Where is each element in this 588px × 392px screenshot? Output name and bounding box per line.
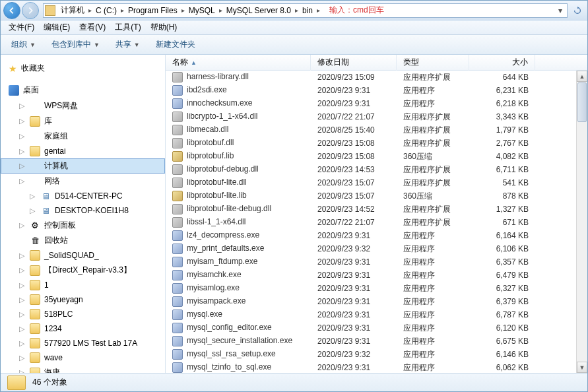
sidebar-item[interactable]: ▷库 [1,114,165,129]
sidebar-item-label: 518PLC [44,310,73,319]
desktop-header[interactable]: 桌面 [1,82,165,98]
recycle-icon: 🗑 [30,236,40,246]
address-dropdown[interactable]: ▾ [555,6,566,15]
file-icon [172,72,183,82]
sidebar-item[interactable]: ▷gentai [1,144,165,158]
breadcrumb-segment[interactable]: bin [300,5,315,16]
sidebar-item[interactable]: ▷网络 [1,174,165,189]
file-row[interactable]: mysql.exe2020/9/23 9:31应用程序6,787 KB [166,308,587,321]
file-icon [172,164,183,175]
scroll-up-button[interactable]: ▲ [577,71,587,82]
organize-button[interactable]: 组织▼ [6,36,41,53]
menu-view[interactable]: 查看(V) [75,20,110,34]
scroll-down-button[interactable]: ▼ [577,362,587,373]
sidebar-folder[interactable]: ▷【DirectX_Repair-v3.3】 [1,263,165,278]
file-row[interactable]: myisamlog.exe2020/9/23 9:31应用程序6,327 KB [166,282,587,295]
refresh-icon [573,6,582,15]
file-row[interactable]: mysql_tzinfo_to_sql.exe2020/9/23 9:31应用程… [166,361,587,373]
file-row[interactable]: myisam_ftdump.exe2020/9/23 9:31应用程序6,357… [166,255,587,269]
file-row[interactable]: myisampack.exe2020/9/23 9:31应用程序6,379 KB [166,295,587,308]
sidebar-control-panel[interactable]: ▷⚙控制面板 [1,218,165,233]
sidebar-item-label: gentai [44,147,66,156]
file-size: 6,479 KB [469,269,535,281]
file-row[interactable]: mysql_secure_installation.exe2020/9/23 9… [166,335,587,348]
file-row[interactable]: my_print_defaults.exe2020/9/23 9:32应用程序6… [166,242,587,255]
newfolder-button[interactable]: 新建文件夹 [150,36,201,53]
refresh-button[interactable] [570,3,585,18]
sidebar-folder[interactable]: ▷577920 LMS Test Lab 17A [1,336,165,350]
scrollbar[interactable]: ▲ ▼ [576,71,587,373]
file-row[interactable]: libprotobuf-lite.dll2020/9/23 15:07应用程序扩… [166,176,587,189]
sidebar-item[interactable]: ▷计算机 [1,158,165,174]
file-type: 应用程序 [397,295,469,309]
menu-help[interactable]: 帮助(H) [147,20,181,34]
file-type: 360压缩 [397,150,469,164]
menu-edit[interactable]: 编辑(E) [40,20,74,34]
file-row[interactable]: libprotobuf-debug.dll2020/9/23 14:53应用程序… [166,163,587,176]
col-name[interactable]: 名称▲ [166,55,311,71]
forward-button[interactable] [22,2,39,19]
sidebar-network-item[interactable]: ▷🖥D514-CENTER-PC [1,189,165,203]
file-name: myisampack.exe [187,296,245,306]
explorer-window: 计算机▸C (C:)▸Program Files▸MySQL▸MySQL Ser… [0,0,588,392]
breadcrumb-segment[interactable]: Program Files [125,5,180,16]
file-row[interactable]: libprotobuf.lib2020/9/23 15:08360压缩4,082… [166,150,587,163]
file-icon [172,270,183,280]
file-date: 2020/9/23 9:31 [311,296,397,308]
file-row[interactable]: libprotobuf-lite.lib2020/9/23 15:07360压缩… [166,189,587,203]
sidebar-item-label: 35yueyagn [44,295,83,304]
file-type: 应用程序扩展 [397,137,469,150]
address-bar[interactable]: 计算机▸C (C:)▸Program Files▸MySQL▸MySQL Ser… [43,3,568,18]
col-date[interactable]: 修改日期 [311,55,397,71]
sidebar-folder[interactable]: ▷1234 [1,321,165,336]
file-row[interactable]: myisamchk.exe2020/9/23 9:31应用程序6,479 KB [166,269,587,282]
file-row[interactable]: harness-library.dll2020/9/23 15:09应用程序扩展… [166,71,587,84]
sidebar-recycle[interactable]: 🗑回收站 [1,233,165,248]
scroll-thumb[interactable] [577,82,587,122]
file-date: 2020/9/23 14:53 [311,164,397,176]
sidebar-item[interactable]: ▷WPS网盘 [1,98,165,114]
status-count: 46 个对象 [32,377,67,388]
share-button[interactable]: 共享▼ [110,36,145,53]
file-row[interactable]: libmecab.dll2020/8/25 15:40应用程序扩展1,797 K… [166,123,587,137]
sidebar-folder[interactable]: ▷wave [1,350,165,365]
sidebar-folder[interactable]: ▷海康 [1,365,165,373]
sidebar-item-label: wave [44,353,63,362]
menu-tools[interactable]: 工具(T) [111,20,145,34]
menu-file[interactable]: 文件(F) [5,20,38,34]
file-date: 2020/9/23 15:08 [311,150,397,162]
file-name: libcrypto-1_1-x64.dll [187,112,257,121]
file-row[interactable]: ibd2sdi.exe2020/9/23 9:31应用程序6,231 KB [166,84,587,97]
sidebar-network-item[interactable]: ▷🖥DESKTOP-KOEI1H8 [1,203,165,218]
back-button[interactable] [3,2,20,19]
col-size[interactable]: 大小 [469,55,535,71]
file-row[interactable]: lz4_decompress.exe2020/9/23 9:31应用程序6,16… [166,229,587,242]
breadcrumb-segment[interactable]: 计算机 [58,3,87,17]
sidebar-folder[interactable]: ▷35yueyagn [1,292,165,307]
file-row[interactable]: mysql_ssl_rsa_setup.exe2020/9/23 9:32应用程… [166,348,587,361]
sidebar-item-label: 1234 [44,324,62,333]
file-row[interactable]: libssl-1_1-x64.dll2020/7/22 21:07应用程序扩展6… [166,216,587,229]
file-row[interactable]: libcrypto-1_1-x64.dll2020/7/22 21:07应用程序… [166,110,587,123]
sidebar-folder[interactable]: ▷518PLC [1,307,165,321]
favorites-header[interactable]: ★收藏夹 [1,60,165,77]
file-row[interactable]: mysql_config_editor.exe2020/9/23 9:31应用程… [166,321,587,335]
sidebar-item-label: 网络 [44,176,60,187]
file-row[interactable]: libprotobuf.dll2020/9/23 15:08应用程序扩展2,76… [166,137,587,150]
sidebar-folder[interactable]: ▷1 [1,278,165,292]
file-row[interactable]: libprotobuf-lite-debug.dll2020/9/23 14:5… [166,203,587,216]
include-button[interactable]: 包含到库中▼ [46,36,105,53]
file-row[interactable]: innochecksum.exe2020/9/23 9:31应用程序6,218 … [166,97,587,110]
col-type[interactable]: 类型 [397,55,469,71]
content-area: ★收藏夹 桌面 ▷WPS网盘▷库▷家庭组▷gentai▷计算机▷网络 ▷🖥D51… [1,55,587,373]
file-type: 应用程序 [397,255,469,269]
sidebar-folder[interactable]: ▷_SolidSQUAD_ [1,248,165,263]
file-icon [172,283,183,294]
breadcrumb-segment[interactable]: C (C:) [93,5,119,16]
breadcrumb-segment[interactable]: MySQL [186,5,218,16]
file-size: 6,231 KB [469,84,535,96]
breadcrumb-segment[interactable]: MySQL Server 8.0 [224,5,294,16]
file-name: my_print_defaults.exe [187,244,264,253]
file-name: mysql.exe [187,310,222,319]
sidebar-item[interactable]: ▷家庭组 [1,129,165,144]
